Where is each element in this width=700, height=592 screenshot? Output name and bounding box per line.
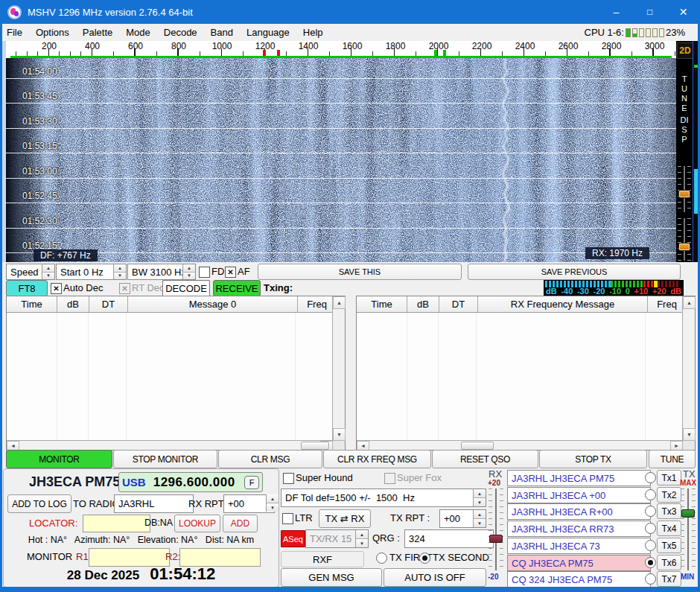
tx2-message-input[interactable]: JA3RHL JH3ECA +00 [507,487,651,503]
tx4-button[interactable]: Tx4 [657,521,681,536]
lookup-button[interactable]: LOOKUP [174,515,220,532]
vertical-scrollbar[interactable]: ▲▼ [332,296,345,441]
clr-rx-freq-msg-button[interactable]: CLR RX FREQ MSG [323,450,431,468]
minimize-button[interactable]: – [599,0,633,24]
tx1-radio[interactable] [645,472,656,483]
tune-button[interactable]: TUNE [649,450,696,468]
tx7-message-input[interactable]: CQ 324 JH3ECA PM75 [507,571,651,588]
rx-gain-slider[interactable] [489,488,503,570]
rt-dec-label: RT Dec [132,282,165,293]
auto-dec-checkbox[interactable] [51,283,62,294]
clr-msg-button[interactable]: CLR MSG [218,450,322,468]
tx-power-slider[interactable] [681,488,696,570]
disp-slider-handle[interactable] [678,243,690,251]
tx7-button[interactable]: Tx7 [657,571,681,587]
period-line [6,228,676,229]
tx-rpt-spinbox[interactable]: +00 ▲▼ [439,509,486,528]
bandwidth-spinner[interactable]: ▲▼ [182,264,195,279]
tx2-radio[interactable] [645,489,656,500]
fd-checkbox[interactable] [199,267,210,278]
waterfall-display[interactable]: 01:54:00 01:53:45 01:53:30 01:53:15 01:5… [6,58,676,262]
ltr-checkbox[interactable] [282,513,293,524]
frequency-f-button[interactable]: F [244,476,259,489]
tx-rpt-label: TX RPT : [390,512,430,523]
super-hound-checkbox[interactable] [283,473,294,484]
freq-tick-label: 800 [171,41,186,51]
menu-decode[interactable]: Decode [157,27,204,38]
tx2-button[interactable]: Tx2 [657,487,681,503]
tx6-message-input[interactable]: CQ JH3ECA PM75 [507,555,651,571]
horizontal-scrollbar[interactable]: ◄► [7,440,333,450]
df-tol-spinbox[interactable]: DF Tol def=1500 +/- 1500 Hz ▲▼ [281,488,486,507]
close-button[interactable]: ✕ [666,0,700,24]
menu-band[interactable]: Band [204,27,240,38]
tx3-button[interactable]: Tx3 [657,503,681,519]
auto-is-off-button[interactable]: AUTO IS OFF [384,568,486,587]
tune-slider-handle[interactable] [678,190,690,198]
tx4-radio[interactable] [645,523,656,534]
fd-label: FD [211,266,224,277]
speed-spinner[interactable]: ▲▼ [42,264,54,279]
speed-spinbox[interactable]: Speed 8 ▲▼ [6,264,55,280]
receive-button[interactable]: RECEIVE [213,280,261,296]
save-previous-button[interactable]: SAVE PREVIOUS [468,264,681,280]
disp-slider[interactable] [678,218,691,261]
tx3-radio[interactable] [645,506,656,517]
decode-button[interactable]: DECODE [162,280,210,296]
tx1-button[interactable]: Tx1 [657,470,681,486]
tune-slider[interactable] [678,166,691,212]
tx6-button[interactable]: Tx6 [657,555,681,570]
cpu-block [646,28,651,37]
frequency-scale[interactable]: 200 400 600 800 1000 1200 1400 1600 1800… [6,41,676,58]
reset-qso-button[interactable]: RESET QSO [432,450,538,468]
save-this-button[interactable]: SAVE THIS [258,264,462,280]
aseq-button[interactable]: ASeq [281,530,305,547]
rxf-button[interactable]: RXF [281,551,364,567]
mode-ft8-button[interactable]: FT8 [6,280,48,296]
gen-msg-button[interactable]: GEN MSG [281,568,382,587]
tx5-message-input[interactable]: JA3RHL JH3ECA 73 [507,538,651,554]
stop-monitor-button[interactable]: STOP MONITOR [113,450,217,468]
menu-options[interactable]: Options [29,27,76,38]
vertical-scrollbar[interactable]: ▲▼ [682,296,695,441]
maximize-button[interactable]: □ [633,0,666,24]
decode-table-left[interactable]: Time dB DT Message 0 Freq ▲▼ ◄► [6,296,346,451]
qrg-input[interactable]: 324 [404,529,494,548]
decode-table-right[interactable]: Time dB DT RX Frequency Message Freq ▲▼ … [356,296,696,451]
add-button[interactable]: ADD [223,515,258,532]
tx7-radio[interactable] [645,573,656,585]
to-radio-input[interactable]: JA3RHL [114,494,194,513]
tx4-message-input[interactable]: JA3RHL JH3ECA RR73 [507,521,651,537]
af-checkbox[interactable] [225,267,236,278]
tx6-radio[interactable] [645,557,656,568]
bandwidth-spinbox[interactable]: BW 3100 Hz ▲▼ [127,264,196,280]
menu-mode[interactable]: Mode [119,27,157,38]
tx5-button[interactable]: Tx5 [657,538,681,553]
2d-view-button[interactable]: 2D [677,42,693,59]
tx-first-radio[interactable] [376,553,387,564]
add-to-log-button[interactable]: ADD TO LOG [7,494,71,513]
menu-language[interactable]: Language [240,27,296,38]
df-tol-spinner[interactable]: ▲▼ [473,489,486,506]
monitor-r-label: MONITOR [27,551,72,562]
locator-input[interactable] [83,515,150,532]
menu-palette[interactable]: Palette [76,27,119,38]
tx-second-radio[interactable] [419,553,430,564]
start-freq-spinbox[interactable]: Start 0 Hz ▲▼ [56,264,127,280]
start-freq-spinner[interactable]: ▲▼ [113,264,126,279]
freq-tick-label: 2800 [602,41,622,51]
tx1-message-input[interactable]: JA3RHL JH3ECA PM75 [507,470,651,486]
horizontal-scrollbar[interactable]: ◄► [357,440,683,450]
stop-tx-button[interactable]: STOP TX [539,450,647,468]
tx-equals-rx-button[interactable]: TX ⇄ RX [319,509,371,528]
rx-rpt-spinner[interactable]: ▲▼ [266,494,279,512]
ltr-label: LTR [295,512,313,523]
tx-rpt-spinner[interactable]: ▲▼ [473,510,486,527]
monitor-button[interactable]: MONITOR [6,450,112,468]
tx-power-handle[interactable] [681,509,695,518]
tx3-message-input[interactable]: JA3RHL JH3ECA R+00 [507,503,651,520]
menu-help[interactable]: Help [296,27,330,38]
menu-file[interactable]: File [0,27,29,38]
rx-gain-handle[interactable] [489,535,503,543]
tx5-radio[interactable] [645,540,656,551]
